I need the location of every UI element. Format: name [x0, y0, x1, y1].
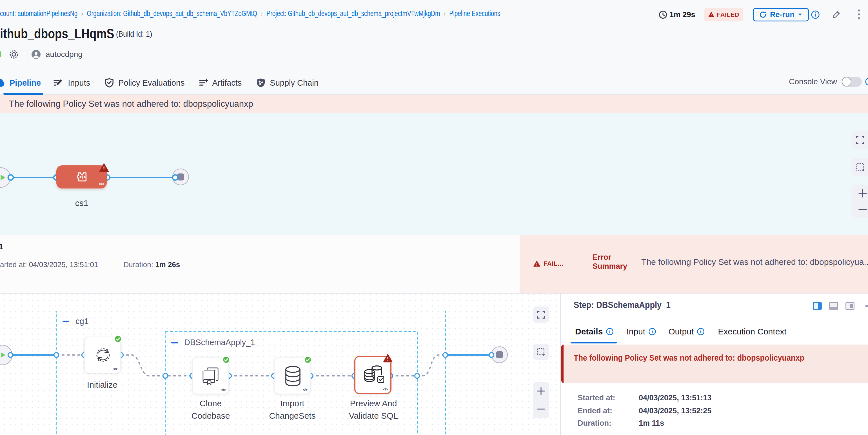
svg-text:</>: </> — [80, 175, 86, 180]
